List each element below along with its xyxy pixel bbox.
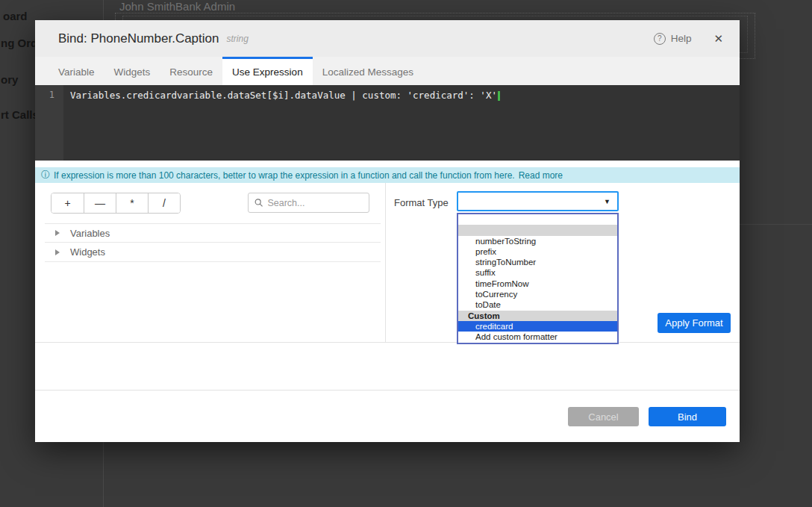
format-option-todate[interactable]: toDate [458, 299, 617, 310]
tab-variable[interactable]: Variable [49, 57, 104, 85]
footer-divider [35, 390, 740, 391]
sidebar-item-support-calls: rt Calls [1, 108, 39, 121]
chevron-right-icon [55, 230, 60, 236]
help-button[interactable]: ? Help [654, 33, 692, 45]
chevron-right-icon [55, 249, 60, 255]
close-icon[interactable]: ✕ [713, 32, 723, 46]
info-text: If expression is more than 100 character… [54, 170, 515, 181]
format-type-label: Format Type [394, 197, 449, 208]
tab-resource[interactable]: Resource [160, 57, 222, 85]
tree-node-label: Variables [70, 228, 110, 239]
format-option-add-custom-formatter[interactable]: Add custom formatter [458, 332, 617, 342]
search-icon [254, 198, 263, 208]
format-option-tocurrency[interactable]: toCurrency [458, 289, 617, 299]
help-icon: ? [654, 33, 666, 45]
tab-localized-messages[interactable]: Localized Messages [313, 57, 423, 85]
expression-editor[interactable]: 1 Variables.credicardvariable.dataSet[$i… [35, 85, 740, 161]
format-option-numbertostring[interactable]: numberToString [458, 236, 617, 246]
bind-dialog: Bind: PhoneNumber.Caption string ? Help … [35, 20, 740, 442]
tree-node-label: Widgets [70, 246, 105, 258]
format-type-select[interactable]: ▼ [457, 191, 619, 211]
chevron-down-icon: ▼ [604, 198, 610, 205]
dialog-title: Bind: PhoneNumber.Caption [58, 31, 219, 46]
multiply-operator-button[interactable]: * [116, 193, 148, 213]
format-option[interactable] [458, 225, 617, 235]
dialog-tabbar: Variable Widgets Resource Use Expression… [35, 57, 740, 85]
read-more-link[interactable]: Read more [519, 170, 563, 181]
topbar-user-label: John SmithBank Admin [119, 0, 235, 13]
binding-tree: Variables Widgets [45, 223, 381, 262]
content-bottom-divider [35, 342, 740, 343]
info-banner: ⓘ If expression is more than 100 charact… [35, 167, 740, 183]
background-divider [740, 224, 812, 225]
format-option-suffix[interactable]: suffix [458, 267, 617, 278]
operator-button-group: + — * / [51, 193, 181, 214]
format-option-timefromnow[interactable]: timeFromNow [458, 279, 617, 289]
tree-node-variables[interactable]: Variables [45, 223, 381, 243]
expression-code[interactable]: Variables.credicardvariable.dataSet[$i].… [63, 85, 740, 161]
help-label: Help [671, 33, 692, 44]
plus-operator-button[interactable]: + [51, 193, 84, 213]
tab-use-expression[interactable]: Use Expression [222, 57, 313, 85]
format-option-creditcard[interactable]: creditcard [458, 321, 617, 332]
code-text: Variables.credicardvariable.dataSet[$i].… [70, 90, 497, 101]
sidebar-item-history: ory [1, 73, 18, 86]
bind-button[interactable]: Bind [649, 407, 726, 426]
minus-operator-button[interactable]: — [84, 193, 116, 213]
dialog-header: Bind: PhoneNumber.Caption string ? Help … [35, 20, 740, 57]
tab-widgets[interactable]: Widgets [104, 57, 160, 85]
format-type-dropdown: numberToString prefix stringToNumber suf… [457, 213, 619, 344]
panel-vertical-divider [385, 183, 386, 342]
bind-type-label: string [226, 34, 248, 44]
line-number: 1 [49, 90, 54, 100]
format-option-stringtonumber[interactable]: stringToNumber [458, 257, 617, 267]
text-cursor [498, 91, 500, 101]
format-option-prefix[interactable]: prefix [458, 246, 617, 257]
search-input[interactable] [267, 198, 363, 208]
editor-gutter: 1 [35, 85, 63, 161]
apply-format-button[interactable]: Apply Format [658, 313, 731, 333]
search-box [248, 193, 369, 213]
tree-node-widgets[interactable]: Widgets [45, 243, 381, 262]
divide-operator-button[interactable]: / [148, 193, 180, 213]
info-icon: ⓘ [41, 169, 50, 181]
format-group-custom: Custom [458, 311, 617, 321]
sidebar-item-dashboard: oard [3, 10, 28, 22]
cancel-button[interactable]: Cancel [568, 407, 639, 426]
format-option[interactable] [458, 214, 617, 225]
